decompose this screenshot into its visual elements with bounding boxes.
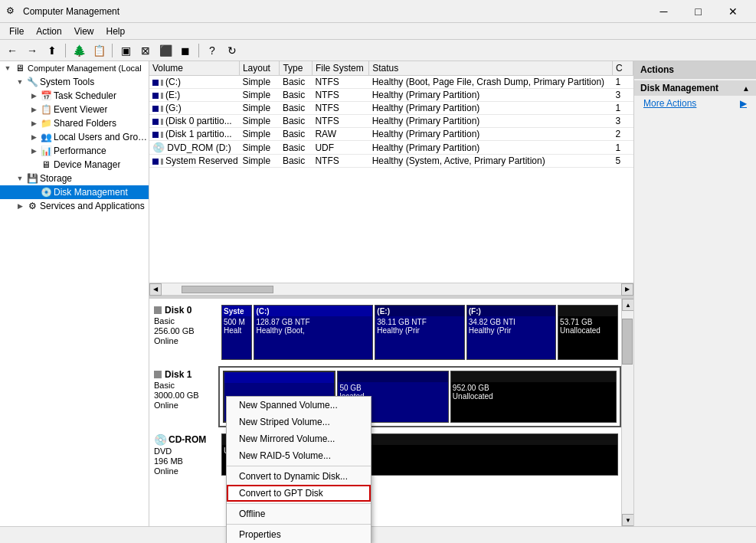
disk-1-seg-0-header [224, 372, 334, 383]
toolbar-btn-3[interactable]: ▣ [116, 42, 135, 59]
h-scrollbar[interactable]: ◀ ▶ [149, 283, 633, 296]
ctx-new-spanned[interactable]: New Spanned Volume... [227, 397, 371, 414]
cell-type-0: Basic [280, 76, 313, 89]
table-row-3[interactable]: (Disk 0 partitio...SimpleBasicNTFSHealth… [149, 115, 633, 128]
h-scroll-thumb[interactable] [182, 286, 273, 293]
tree-performance[interactable]: ▶ 📊 Performance [0, 144, 149, 158]
scroll-right-arrow[interactable]: ▶ [621, 283, 633, 296]
table-row-0[interactable]: (C:)SimpleBasicNTFSHealthy (Boot, Page F… [149, 76, 633, 89]
cell-type-6: Basic [280, 155, 313, 168]
tree-perf-label: Performance [54, 146, 106, 156]
col-c: C [613, 61, 633, 76]
table-row-5[interactable]: 💿 DVD_ROM (D:)SimpleBasicUDFHealthy (Pri… [149, 141, 633, 155]
toolbar-btn-6[interactable]: ◼ [176, 42, 195, 59]
cell-c-1: 3 [613, 89, 633, 102]
actions-panel: Actions Disk Management ▲ More Actions ▶ [633, 61, 756, 526]
ctx-convert-dynamic[interactable]: Convert to Dynamic Disk... [227, 468, 371, 485]
tree-storage[interactable]: ▼ 💾 Storage [0, 172, 149, 185]
col-volume: Volume [149, 61, 239, 76]
cell-type-4: Basic [280, 128, 313, 141]
disk-0-seg-3[interactable]: (F:) 34.82 GB NTIHealthy (Prir [466, 305, 556, 360]
scroll-left-arrow[interactable]: ◀ [149, 283, 162, 296]
cell-status-4: Healthy (Primary Partition) [369, 128, 613, 141]
disk-0-seg-3-header: (F:) [467, 306, 555, 316]
title-bar-left: ⚙ Computer Management [6, 5, 119, 18]
minimize-button[interactable]: ─ [646, 0, 681, 23]
close-button[interactable]: ✕ [715, 0, 750, 23]
disk-0-type: Basic [154, 316, 214, 325]
ctx-new-mirrored[interactable]: New Mirrored Volume... [227, 430, 371, 447]
toolbar-btn-5[interactable]: ⬛ [156, 42, 175, 59]
disk-0-seg-4[interactable]: 53.71 GBUnallocated [558, 305, 618, 360]
ctx-new-striped[interactable]: New Striped Volume... [227, 414, 371, 430]
v-scrollbar[interactable]: ▲ ▼ [621, 299, 633, 526]
ctx-properties[interactable]: Properties [227, 526, 371, 543]
tree-localusers-icon: 👥 [40, 131, 52, 143]
table-row-4[interactable]: (Disk 1 partitio...SimpleBasicRAWHealthy… [149, 128, 633, 141]
cell-layout-1: Simple [239, 89, 280, 102]
tree-device-manager[interactable]: 🖥 Device Manager [0, 158, 149, 172]
ctx-offline[interactable]: Offline [227, 505, 371, 522]
v-scroll-up[interactable]: ▲ [622, 299, 633, 311]
toolbar-show-hide-tree[interactable]: 🌲 [70, 42, 88, 59]
cdrom-name: CD-ROM [169, 434, 206, 445]
tree-localusers-expand: ▶ [28, 131, 40, 143]
disk-0-seg-0[interactable]: Syste 500 MHealt [221, 305, 252, 360]
table-row-6[interactable]: System ReservedSimpleBasicNTFSHealthy (S… [149, 155, 633, 168]
cell-status-5: Healthy (Primary Partition) [369, 141, 613, 155]
volume-table-body: (C:)SimpleBasicNTFSHealthy (Boot, Page F… [149, 76, 633, 168]
disk-1-seg-2-header [451, 371, 616, 382]
table-row-2[interactable]: (G:)SimpleBasicNTFSHealthy (Primary Part… [149, 102, 633, 115]
tree-panel: ▼ 🖥 Computer Management (Local ▼ 🔧 Syste… [0, 61, 149, 526]
menu-file[interactable]: File [3, 25, 30, 38]
disk-1-seg-1-header [338, 371, 447, 382]
cell-status-0: Healthy (Boot, Page File, Crash Dump, Pr… [369, 76, 613, 89]
tree-task-scheduler[interactable]: ▶ 📅 Task Scheduler [0, 89, 149, 103]
cell-c-6: 5 [613, 155, 633, 168]
tree-perf-expand: ▶ [28, 145, 40, 157]
v-scroll-down[interactable]: ▼ [622, 514, 633, 526]
disk-0-seg-4-header [558, 306, 617, 316]
actions-title: Actions [634, 61, 756, 79]
menu-help[interactable]: Help [100, 25, 132, 38]
disk-scroll[interactable]: Disk 0 Basic 256.00 GB Online Syste 500 … [149, 299, 621, 526]
disk-0-status: Online [154, 336, 214, 345]
toolbar-up[interactable]: ⬆ [43, 42, 61, 59]
v-scroll-thumb[interactable] [622, 319, 633, 365]
disk-0-seg-4-body: 53.71 GBUnallocated [558, 316, 617, 359]
ctx-new-raid5[interactable]: New RAID-5 Volume... [227, 447, 371, 464]
cell-fs-4: RAW [312, 128, 368, 141]
disk-1-seg-2[interactable]: 952.00 GBUnallocated [450, 371, 617, 423]
cell-volume-6: System Reserved [149, 155, 239, 168]
ctx-sep-2 [227, 503, 371, 504]
tree-services[interactable]: ▶ ⚙ Services and Applications [0, 199, 149, 213]
toolbar-back[interactable]: ← [3, 42, 21, 59]
ctx-sep-1 [227, 466, 371, 466]
toolbar-forward[interactable]: → [23, 42, 41, 59]
maximize-button[interactable]: □ [681, 0, 715, 23]
disk-0-seg-1[interactable]: (C:) 128.87 GB NTFHealthy (Boot, [254, 305, 373, 360]
toolbar-help[interactable]: ? [203, 42, 221, 59]
tree-perf-icon: 📊 [40, 145, 52, 157]
tree-event-viewer[interactable]: ▶ 📋 Event Viewer [0, 103, 149, 116]
action-disk-management-heading[interactable]: Disk Management ▲ [634, 80, 756, 96]
disk-area-wrapper: Disk 0 Basic 256.00 GB Online Syste 500 … [149, 299, 633, 526]
table-row-1[interactable]: (E:)SimpleBasicNTFSHealthy (Primary Part… [149, 89, 633, 102]
title-bar: ⚙ Computer Management ─ □ ✕ [0, 0, 756, 23]
toolbar-btn-4[interactable]: ⊠ [136, 42, 155, 59]
tree-disk-management[interactable]: 💿 Disk Management [0, 185, 149, 199]
toolbar-refresh[interactable]: ↻ [223, 42, 241, 59]
disk-0-name: Disk 0 [165, 305, 191, 316]
toolbar: ← → ⬆ 🌲 📋 ▣ ⊠ ⬛ ◼ ? ↻ [0, 40, 756, 61]
menu-view[interactable]: View [68, 25, 100, 38]
tree-shared-folders[interactable]: ▶ 📁 Shared Folders [0, 116, 149, 130]
tree-local-users[interactable]: ▶ 👥 Local Users and Groups [0, 130, 149, 144]
disk-0-seg-2[interactable]: (E:) 38.11 GB NTFHealthy (Prir [375, 305, 464, 360]
ctx-convert-gpt[interactable]: Convert to GPT Disk [227, 485, 371, 502]
action-more-actions[interactable]: More Actions ▶ [634, 96, 756, 111]
menu-action[interactable]: Action [30, 25, 67, 38]
tree-system-tools[interactable]: ▼ 🔧 System Tools [0, 75, 149, 89]
tree-root[interactable]: ▼ 🖥 Computer Management (Local [0, 61, 149, 75]
cdrom-info: 💿 CD-ROM DVD 196 MB Online [149, 430, 218, 479]
toolbar-properties[interactable]: 📋 [90, 42, 108, 59]
